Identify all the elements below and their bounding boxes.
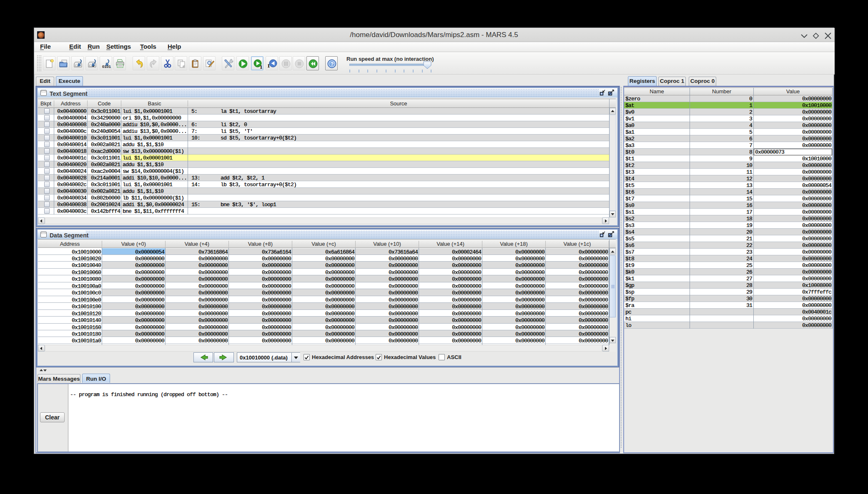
svg-text:?: ? (331, 61, 334, 67)
svg-text:1: 1 (260, 64, 263, 70)
